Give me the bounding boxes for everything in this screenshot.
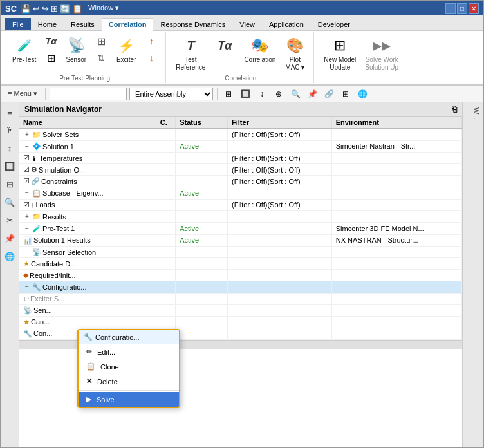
table-row[interactable]: + 📁 Solver Sets (Filter : Off)(Sort : Of… (19, 129, 462, 141)
sidebar-icon-menu[interactable]: ≡ (3, 105, 17, 119)
redo-icon[interactable]: ↪ (42, 4, 49, 14)
copy-icon[interactable]: 📋 (72, 4, 82, 14)
table-row[interactable]: ★ Candidate D... (19, 258, 462, 270)
tab-response-dynamics[interactable]: Response Dynamics (153, 18, 232, 30)
sim-nav-header: Simulation Navigator ⎗ (19, 102, 462, 117)
close-btn[interactable]: ✕ (469, 3, 479, 14)
sidebar-icon-resize[interactable]: ↕ (3, 141, 17, 155)
ta-btn[interactable]: Tα (42, 33, 60, 49)
sidebar-icon-search[interactable]: 🔍 (3, 195, 17, 209)
sim-nav-undock[interactable]: ⎗ (452, 104, 457, 114)
tab-developer[interactable]: Developer (311, 18, 357, 30)
table-row[interactable]: ☑ 🌡 Temperatures (Filter : Off)(Sort : O… (19, 153, 462, 164)
window-menu[interactable]: Window ▾ (88, 4, 119, 14)
expand-btn[interactable]: + (23, 213, 31, 221)
sidebar-icon-grid[interactable]: ⊞ (3, 177, 17, 191)
table-row[interactable]: − 🧪 Pre-Test 1 Active Simcenter 3D FE Mo… (19, 223, 462, 235)
expand-btn[interactable]: − (23, 283, 31, 291)
toolbar-icon-6[interactable]: 📌 (305, 88, 319, 100)
sidebar-icon-pin[interactable]: 📌 (3, 231, 17, 245)
node-icon: ☑ ↓ Loads (23, 201, 55, 209)
ta2-btn[interactable]: Tα (211, 33, 238, 58)
sidebar-icon-select[interactable]: 🔲 (3, 159, 17, 173)
table-row[interactable]: ↩ Exciter S... (19, 293, 462, 304)
table-row[interactable]: − 💠 Solution 1 Active Simcenter Nastran … (19, 140, 462, 153)
tab-correlation[interactable]: Correlation (102, 18, 154, 31)
toolbar-icon-3[interactable]: ↕ (255, 88, 269, 100)
undo-icon[interactable]: ↩ (33, 4, 40, 14)
toolbar-icon-4[interactable]: ⊕ (272, 88, 286, 100)
table-row[interactable]: ☑ ↓ Loads (Filter : Off)(Sort : Off) (19, 199, 462, 210)
down-arrow-btn[interactable]: ↓ (142, 50, 160, 66)
checkbox-icon[interactable]: ☑ (23, 177, 30, 185)
sim-nav-body[interactable]: Name C. Status Filter Environment (19, 117, 462, 447)
tab-application[interactable]: Application (262, 18, 311, 30)
grid-icon[interactable]: ⊞ (51, 4, 58, 14)
checkbox-icon[interactable]: ☑ (23, 154, 30, 162)
save-icon[interactable]: 💾 (21, 4, 31, 14)
pretest-btn[interactable]: 🧪 Pre-Test (9, 33, 39, 66)
context-menu-clone[interactable]: 📋 Clone (79, 359, 179, 374)
refresh-icon[interactable]: 🔄 (60, 4, 70, 14)
right-panel-tab[interactable]: W... (463, 102, 483, 125)
sidebar-icon-globe[interactable]: 🌐 (3, 249, 17, 263)
row-env (331, 246, 461, 258)
context-menu-delete[interactable]: ✕ Delete (79, 374, 179, 389)
tab-view[interactable]: View (232, 18, 262, 30)
context-menu-solve[interactable]: ▶ Solve (79, 392, 179, 407)
expand-btn[interactable]: + (23, 131, 31, 138)
sidebar-icon-cursor[interactable]: 🖱 (3, 123, 17, 137)
plus-icon-btn[interactable]: ⊞ (92, 33, 110, 49)
row-env (331, 270, 461, 281)
pretest-items: 🧪 Pre-Test Tα ⊞ 📡 Sensor (9, 33, 160, 73)
arrows-btn[interactable]: ⇅ (92, 50, 110, 66)
table-row[interactable]: + 📁 Results (19, 210, 462, 223)
table-row[interactable]: − 📋 Subcase - Eigenv... Active (19, 187, 462, 200)
toolbar-icon-9[interactable]: 🌐 (355, 88, 369, 100)
table-row[interactable]: 📊 Solution 1 Results Active NX NASTRAN -… (19, 234, 462, 246)
grid-ribbon-btn[interactable]: ⊞ (42, 50, 60, 66)
new-model-update-btn[interactable]: ⊞ New ModelUpdate (321, 33, 359, 73)
tab-home[interactable]: Home (31, 18, 64, 30)
checkbox-icon[interactable]: ☑ (23, 165, 30, 174)
exciter-btn[interactable]: ⚡ Exciter (113, 33, 140, 66)
expand-btn[interactable]: − (23, 143, 31, 151)
table-row[interactable]: 📡 Sen... (19, 304, 462, 316)
plot-mac-btn[interactable]: 🎨 PlotMAC ▾ (281, 33, 308, 73)
table-row-config[interactable]: − 🔧 Configuratio... (19, 281, 462, 294)
test-reference-btn[interactable]: T TestReference (172, 33, 209, 73)
tab-results[interactable]: Results (64, 18, 102, 30)
sensor-btn[interactable]: 📡 Sensor (62, 33, 89, 66)
context-menu-trigger-item[interactable]: 🔧 Configuratio... (79, 330, 179, 344)
expand-btn[interactable]: − (23, 248, 31, 256)
up-arrow-btn[interactable]: ↑ (142, 33, 160, 49)
correlation-ribbon-btn[interactable]: 🎭 Correlation (241, 33, 279, 66)
toolbar-icon-5[interactable]: 🔍 (288, 88, 302, 100)
exciter-label: Exciter (116, 56, 136, 64)
solve-work-btn[interactable]: ▶▶ Solve WorkSolution Up (362, 33, 402, 73)
table-row[interactable]: ◆ Required/Init... (19, 270, 462, 281)
table-row[interactable]: ☑ ⚙ Simulation O... (Filter : Off)(Sort … (19, 164, 462, 176)
maximize-btn[interactable]: □ (457, 3, 467, 14)
tab-file[interactable]: File (5, 18, 31, 30)
search-input[interactable] (50, 88, 127, 100)
expand-btn[interactable]: − (23, 225, 31, 232)
checkbox-icon[interactable]: ☑ (23, 201, 30, 209)
sidebar-icon-cut[interactable]: ✂ (3, 213, 17, 227)
toolbar-icon-7[interactable]: 🔗 (322, 88, 336, 100)
node-icon: ◆ Required/Init... (23, 271, 76, 279)
toolbar-icon-8[interactable]: ⊞ (339, 88, 353, 100)
toolbar-icon-1[interactable]: ⊞ (221, 88, 236, 100)
node-icon: 📊 Solution 1 Results (23, 236, 91, 245)
assembly-dropdown[interactable]: Entire Assembly (129, 88, 213, 100)
row-env (331, 164, 461, 176)
minimize-btn[interactable]: _ (445, 3, 456, 14)
menu-btn[interactable]: ≡ Menu ▾ (4, 88, 41, 99)
context-menu-edit[interactable]: ✏ Edit... (79, 344, 179, 359)
expand-btn[interactable]: − (23, 189, 31, 197)
row-filter: (Filter : Off)(Sort : Off) (228, 129, 332, 141)
table-row[interactable]: ★ Can... (19, 316, 462, 328)
table-row[interactable]: − 📡 Sensor Selection (19, 246, 462, 258)
table-row[interactable]: ☑ 🔗 Constraints (Filter : Off)(Sort : Of… (19, 176, 462, 187)
toolbar-icon-2[interactable]: 🔲 (238, 88, 252, 100)
